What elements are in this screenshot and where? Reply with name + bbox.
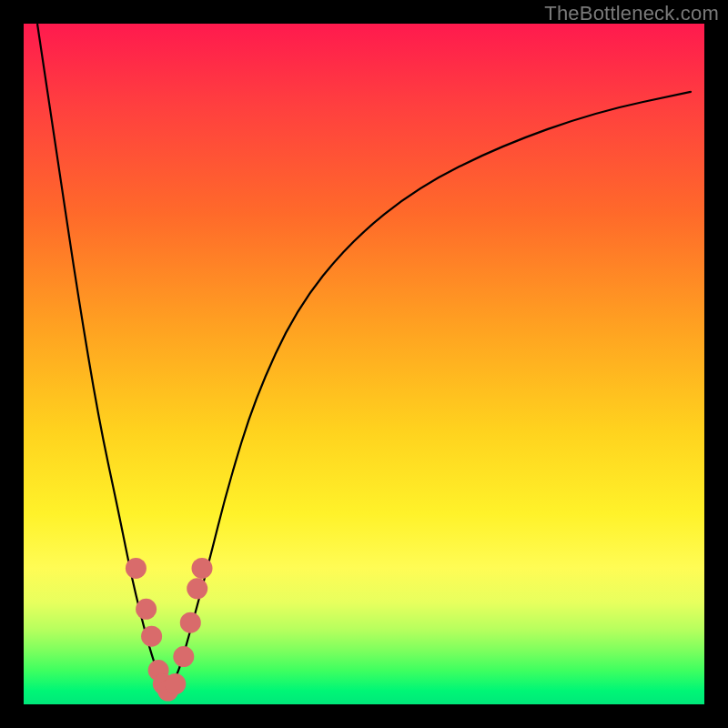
data-marker: [180, 612, 201, 633]
chart-plot-area: [24, 24, 704, 704]
chart-frame: TheBottleneck.com: [0, 0, 728, 728]
curve-layer: [37, 24, 691, 687]
bottleneck-curve: [37, 24, 691, 687]
data-marker: [141, 626, 162, 647]
data-marker: [126, 558, 147, 579]
watermark-text: TheBottleneck.com: [544, 2, 719, 25]
chart-svg: [24, 24, 704, 704]
data-marker: [187, 578, 207, 599]
data-marker: [165, 673, 186, 694]
data-marker: [136, 599, 157, 620]
marker-layer: [126, 558, 213, 702]
data-marker: [173, 646, 194, 667]
data-marker: [192, 558, 213, 579]
